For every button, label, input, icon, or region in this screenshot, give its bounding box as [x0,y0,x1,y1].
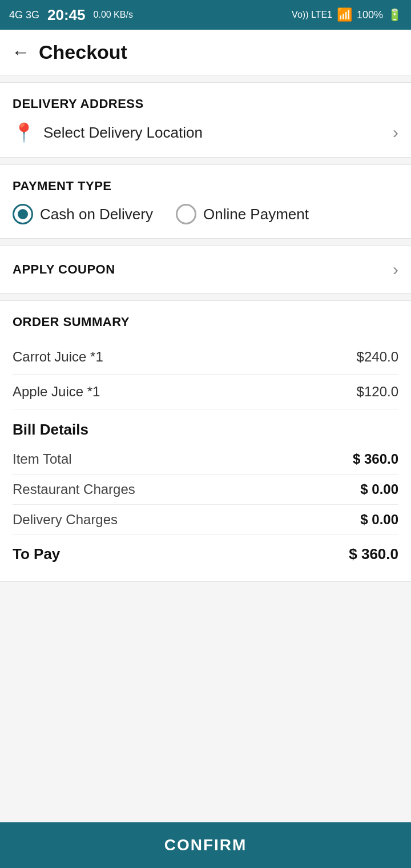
restaurant-charges-value: $ 0.00 [360,481,398,497]
to-pay-label: To Pay [13,545,60,563]
radio-cod [13,204,33,224]
coupon-chevron-icon: › [393,260,398,279]
page-title: Checkout [39,41,127,63]
delivery-address-label: DELIVERY ADDRESS [13,97,398,111]
confirm-bar[interactable]: CONFIRM [0,822,411,868]
item-price-apple: $120.0 [357,384,398,400]
data-speed: 0.00 KB/s [94,10,133,20]
delivery-charges-value: $ 0.00 [360,512,398,528]
delivery-location-text: Select Delivery Location [43,124,203,142]
payment-cod-label: Cash on Delivery [40,206,153,223]
battery-icon: 🔋 [388,8,402,22]
wifi-icon: 📶 [337,7,352,22]
bill-to-pay-row: To Pay $ 360.0 [13,541,398,568]
item-name-apple: Apple Juice *1 [13,384,100,400]
status-left: 4G 3G 20:45 0.00 KB/s [9,6,133,24]
restaurant-charges-label: Restaurant Charges [13,481,135,497]
item-total-value: $ 360.0 [353,451,398,467]
back-button[interactable]: ← [11,42,30,63]
delivery-charges-label: Delivery Charges [13,512,118,528]
item-price-carrot: $240.0 [357,349,398,365]
order-item-carrot-juice: Carrot Juice *1 $240.0 [13,340,398,375]
location-icon: 📍 [13,122,35,143]
payment-type-label: PAYMENT TYPE [13,179,398,194]
bill-divider-1 [13,474,398,475]
delivery-chevron-icon: › [393,123,398,142]
network-indicator: 4G 3G [9,9,39,21]
order-summary-section: ORDER SUMMARY Carrot Juice *1 $240.0 App… [0,300,411,582]
payment-type-section: PAYMENT TYPE Cash on Delivery Online Pay… [0,164,411,239]
delivery-location-left: 📍 Select Delivery Location [13,122,203,143]
bill-item-total-row: Item Total $ 360.0 [13,447,398,472]
coupon-label: APPLY COUPON [13,262,115,277]
order-summary-label: ORDER SUMMARY [13,315,398,329]
bill-divider-3 [13,535,398,535]
payment-options-group: Cash on Delivery Online Payment [13,204,398,224]
delivery-address-section: DELIVERY ADDRESS 📍 Select Delivery Locat… [0,82,411,158]
battery-indicator: 100% [357,9,383,21]
carrier-indicator: Vo)) LTE1 [292,10,332,20]
checkout-header: ← Checkout [0,30,411,75]
apply-coupon-section[interactable]: APPLY COUPON › [0,246,411,294]
radio-online [176,204,196,224]
to-pay-value: $ 360.0 [349,545,398,563]
delivery-location-row[interactable]: 📍 Select Delivery Location › [13,122,398,143]
confirm-button[interactable]: CONFIRM [164,836,247,854]
bill-details-title: Bill Details [13,421,398,439]
status-right: Vo)) LTE1 📶 100% 🔋 [292,7,402,22]
order-item-apple-juice: Apple Juice *1 $120.0 [13,375,398,409]
bill-delivery-charges-row: Delivery Charges $ 0.00 [13,507,398,532]
bill-restaurant-charges-row: Restaurant Charges $ 0.00 [13,477,398,502]
bill-details-section: Bill Details Item Total $ 360.0 Restaura… [13,421,398,568]
payment-online-label: Online Payment [203,206,309,223]
payment-option-cod[interactable]: Cash on Delivery [13,204,153,224]
bill-divider-2 [13,504,398,505]
item-name-carrot: Carrot Juice *1 [13,349,103,365]
payment-option-online[interactable]: Online Payment [176,204,309,224]
radio-cod-inner [18,209,28,219]
item-total-label: Item Total [13,451,72,467]
status-time: 20:45 [47,6,86,24]
status-bar: 4G 3G 20:45 0.00 KB/s Vo)) LTE1 📶 100% 🔋 [0,0,411,30]
